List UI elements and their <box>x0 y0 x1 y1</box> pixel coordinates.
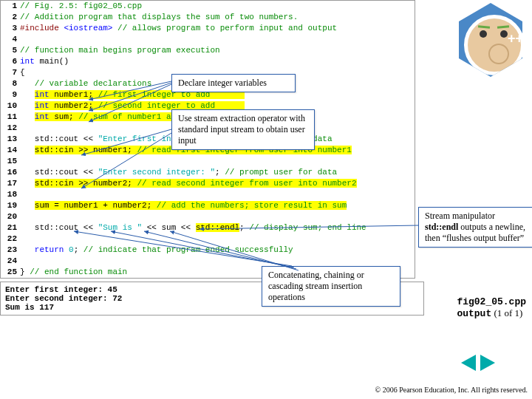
callout-declare-vars: Declare integer variables <box>171 74 296 92</box>
prev-slide-button[interactable] <box>461 355 476 371</box>
callout-chaining: Concatenating, chaining or cascading str… <box>262 266 400 307</box>
file-output-label: fig02_05.cpp output (1 of 1) <box>457 296 526 319</box>
next-slide-button[interactable] <box>480 355 495 371</box>
callout-endl: Stream manipulator std::endl outputs a n… <box>418 207 532 248</box>
copyright-text: © 2006 Pearson Education, Inc. All right… <box>375 386 528 395</box>
slide-nav <box>461 355 495 371</box>
cpp-logo: ++ <box>454 3 528 77</box>
callout-stream-extraction: Use stream extraction operator with stan… <box>171 109 315 150</box>
